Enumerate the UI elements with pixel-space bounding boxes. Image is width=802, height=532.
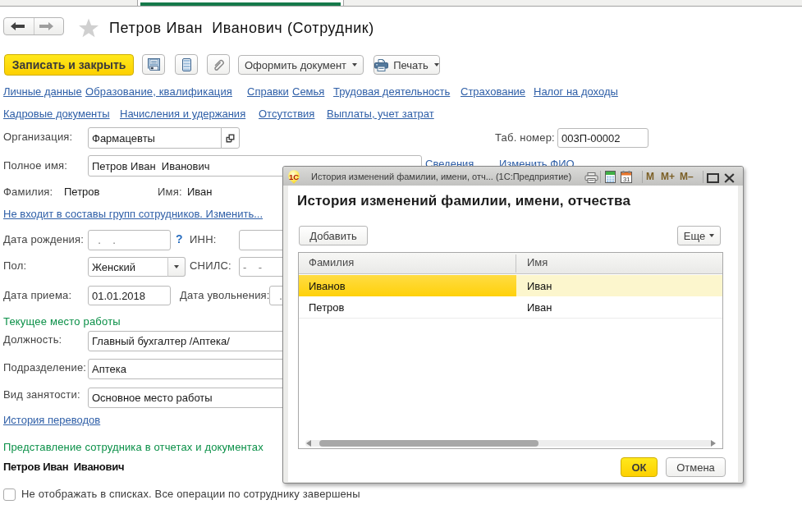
svg-text:1С: 1С <box>289 172 299 181</box>
svg-text:31: 31 <box>623 176 630 183</box>
